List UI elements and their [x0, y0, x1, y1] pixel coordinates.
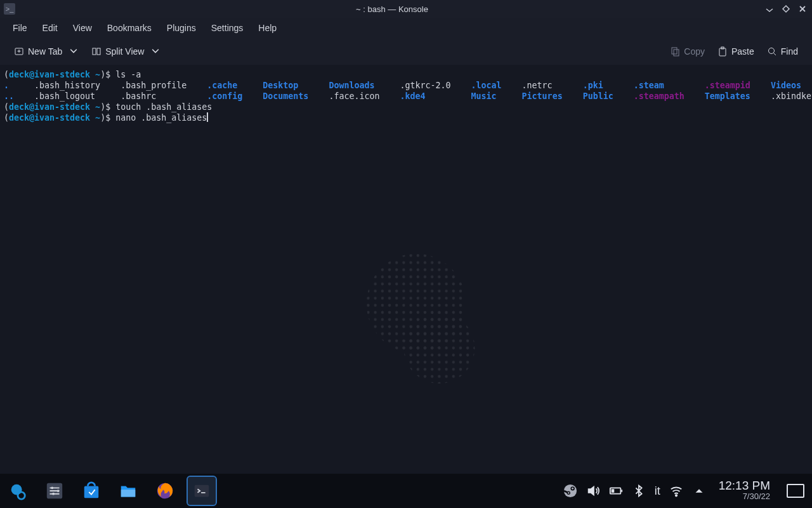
clock-date: 7/30/22 — [719, 491, 770, 502]
chevron-down-icon — [150, 46, 160, 57]
new-tab-icon — [14, 46, 24, 57]
menu-help[interactable]: Help — [252, 20, 283, 36]
svg-rect-4 — [674, 50, 679, 56]
window-title: ~ : bash — Konsole — [20, 4, 764, 14]
svg-point-12 — [18, 492, 25, 499]
svg-point-7 — [768, 48, 774, 54]
taskbar-launchers — [4, 477, 216, 505]
split-view-label: Split View — [105, 46, 144, 57]
bluetooth-tray-icon[interactable] — [632, 484, 646, 498]
close-button[interactable] — [797, 3, 808, 15]
menu-bar: File Edit View Bookmarks Plugins Setting… — [0, 18, 812, 38]
menu-plugins[interactable]: Plugins — [160, 20, 202, 36]
new-tab-label: New Tab — [28, 46, 62, 57]
copy-button[interactable]: Copy — [665, 44, 710, 59]
paste-label: Paste — [731, 46, 754, 57]
svg-point-16 — [52, 493, 55, 495]
terminal-pane[interactable]: (deck@ivan-stdeck ~)$ ls -a . .bash_hist… — [0, 65, 812, 474]
paste-icon — [717, 46, 728, 57]
svg-rect-3 — [672, 48, 677, 54]
taskbar-clock[interactable]: 12:13 PM 7/30/22 — [715, 480, 774, 502]
split-view-button[interactable]: Split View — [86, 44, 166, 59]
copy-icon — [670, 46, 680, 57]
svg-rect-18 — [121, 490, 136, 497]
find-button[interactable]: Find — [762, 44, 803, 59]
window-titlebar: >_ ~ : bash — Konsole — [0, 0, 812, 18]
firefox-launcher[interactable] — [151, 477, 179, 505]
svg-point-14 — [51, 486, 53, 489]
menu-view[interactable]: View — [67, 20, 98, 36]
menu-settings[interactable]: Settings — [205, 20, 250, 36]
svg-point-11 — [11, 485, 22, 495]
menu-edit[interactable]: Edit — [36, 20, 64, 36]
app-launcher-button[interactable] — [4, 477, 32, 505]
copy-label: Copy — [684, 46, 705, 57]
show-desktop-button[interactable] — [783, 484, 808, 498]
terminal-pane-wrapper: (deck@ivan-stdeck ~)$ ls -a . .bash_hist… — [0, 65, 812, 474]
svg-point-23 — [572, 488, 573, 490]
split-view-icon — [91, 46, 102, 57]
system-settings-launcher[interactable] — [41, 477, 69, 505]
system-tray: it 12:13 PM 7/30/22 — [563, 480, 808, 502]
window-controls — [764, 3, 808, 15]
maximize-button[interactable] — [780, 3, 792, 15]
svg-rect-28 — [611, 489, 614, 493]
svg-rect-1 — [93, 48, 96, 55]
keyboard-layout-tray[interactable]: it — [655, 485, 660, 498]
network-tray-icon[interactable] — [669, 484, 683, 498]
menu-file[interactable]: File — [6, 20, 34, 36]
svg-rect-2 — [97, 48, 100, 55]
svg-rect-20 — [195, 485, 209, 497]
search-icon — [767, 46, 777, 57]
tray-expand-icon[interactable] — [692, 484, 706, 498]
toolbar: New Tab Split View Copy Paste Find — [0, 38, 812, 65]
desktop-taskbar: it 12:13 PM 7/30/22 — [0, 474, 812, 508]
steam-tray-icon[interactable] — [563, 484, 577, 498]
find-label: Find — [781, 46, 798, 57]
konsole-launcher[interactable] — [188, 477, 216, 505]
minimize-button[interactable] — [764, 3, 775, 15]
discover-store-launcher[interactable] — [77, 477, 105, 505]
menu-bookmarks[interactable]: Bookmarks — [101, 20, 158, 36]
svg-point-25 — [568, 492, 569, 493]
paste-button[interactable]: Paste — [712, 44, 759, 59]
chevron-down-icon — [69, 46, 79, 57]
svg-rect-17 — [84, 486, 99, 498]
volume-tray-icon[interactable] — [586, 484, 600, 498]
battery-tray-icon[interactable] — [609, 484, 623, 498]
new-tab-button[interactable]: New Tab — [9, 44, 84, 59]
svg-rect-27 — [621, 490, 622, 492]
konsole-app-icon: >_ — [4, 3, 15, 15]
svg-point-9 — [367, 254, 466, 354]
dolphin-files-launcher[interactable] — [114, 477, 142, 505]
svg-rect-5 — [719, 48, 726, 56]
svg-point-15 — [57, 490, 60, 492]
svg-point-29 — [675, 495, 676, 496]
clock-time: 12:13 PM — [719, 480, 770, 491]
svg-point-10 — [404, 312, 475, 384]
steamdeck-logo-watermark — [336, 224, 514, 401]
